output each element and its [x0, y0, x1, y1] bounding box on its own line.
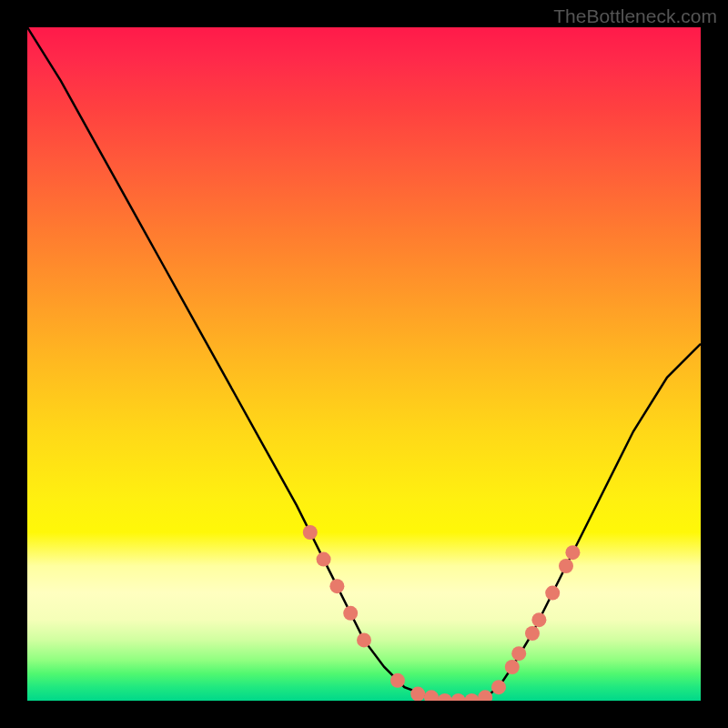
marker-point [451, 693, 466, 701]
marker-point [357, 632, 371, 647]
marker-point [343, 606, 358, 621]
chart-plot-area [27, 27, 701, 701]
marker-point [390, 673, 405, 688]
marker-point [424, 690, 439, 701]
marker-point [478, 690, 492, 701]
marker-point [491, 680, 506, 694]
marker-point [303, 525, 318, 540]
marker-group [303, 525, 581, 701]
marker-point [525, 626, 540, 641]
bottleneck-curve [27, 27, 701, 701]
marker-point [464, 693, 479, 701]
marker-point [565, 545, 580, 560]
marker-point [511, 646, 526, 661]
marker-point [545, 586, 560, 601]
watermark-text: TheBottleneck.com [553, 5, 717, 27]
marker-point [329, 579, 344, 593]
marker-point [317, 552, 331, 567]
marker-point [505, 660, 520, 674]
marker-point [410, 687, 425, 701]
marker-point [559, 559, 573, 573]
chart-svg-layer [27, 27, 701, 701]
marker-point [531, 612, 546, 627]
marker-point [438, 693, 452, 701]
